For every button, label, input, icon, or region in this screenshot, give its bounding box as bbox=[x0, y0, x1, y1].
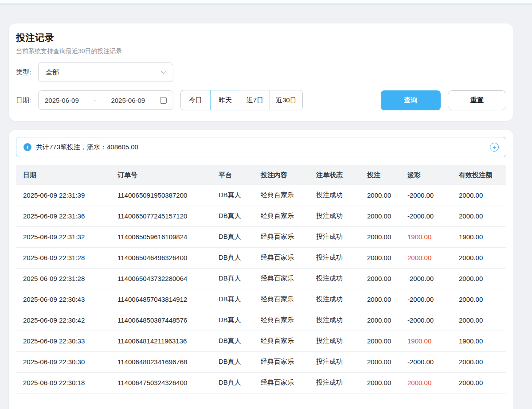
page-title: 投注记录 bbox=[16, 31, 506, 44]
cell-bet: 2000.00 bbox=[360, 351, 400, 372]
cell-bet: 2000.00 bbox=[360, 206, 400, 226]
column-header: 投注 bbox=[360, 165, 400, 185]
cell-content: 经典百家乐 bbox=[254, 247, 309, 268]
cell-valid-bet: 2000.00 bbox=[452, 289, 506, 310]
filter-card: 投注记录 当前系统支持查询最近30日的投注记录 类型: 全部 日期: 2025-… bbox=[9, 23, 513, 121]
table-header-row: 日期订单号平台投注内容注单状态投注派彩有效投注额 bbox=[16, 165, 506, 185]
type-select[interactable]: 全部 bbox=[38, 62, 173, 82]
table-row: 2025-06-09 22:30:331140064814211963136DB… bbox=[16, 331, 506, 351]
cell-content: 经典百家乐 bbox=[254, 226, 309, 247]
date-start-value[interactable]: 2025-06-09 bbox=[45, 97, 79, 104]
cell-order-no: 1140065046496326400 bbox=[110, 247, 211, 268]
cell-bet: 2000.00 bbox=[360, 226, 400, 247]
date-range-input[interactable]: 2025-06-09 - 2025-06-09 bbox=[38, 90, 173, 110]
table-row: 2025-06-09 22:30:421140064850387448576DB… bbox=[16, 310, 506, 331]
page-subtitle: 当前系统支持查询最近30日的投注记录 bbox=[16, 47, 506, 55]
cell-order-no: 1140065043732280064 bbox=[110, 268, 211, 289]
table-row: 2025-06-09 22:30:431140064857043814912DB… bbox=[16, 289, 506, 310]
quick-range-button-0[interactable]: 今日 bbox=[180, 90, 211, 110]
cell-valid-bet: 2000.00 bbox=[452, 372, 506, 393]
cell-content: 经典百家乐 bbox=[254, 372, 309, 393]
quick-range-group: 今日昨天近7日近30日 bbox=[180, 90, 303, 110]
cell-date: 2025-06-09 22:30:42 bbox=[16, 310, 110, 331]
cell-platform: DB真人 bbox=[211, 372, 254, 393]
cell-date: 2025-06-09 22:30:33 bbox=[16, 331, 110, 351]
cell-payout: 1900.00 bbox=[400, 226, 452, 247]
query-button[interactable]: 查询 bbox=[381, 90, 441, 110]
cell-content: 经典百家乐 bbox=[254, 206, 309, 226]
cell-order-no: 1140065059616109824 bbox=[110, 226, 211, 247]
table-row: 2025-06-09 22:31:281140065043732280064DB… bbox=[16, 268, 506, 289]
cell-content: 经典百家乐 bbox=[254, 289, 309, 310]
table-row: 2025-06-09 22:31:391140065091950387200DB… bbox=[16, 185, 506, 206]
records-card: i 共计773笔投注，流水：408605.00 + 日期订单号平台投注内容注单状… bbox=[9, 130, 513, 409]
type-label: 类型: bbox=[16, 68, 38, 77]
cell-status: 投注成功 bbox=[309, 268, 360, 289]
cell-order-no: 1140065077245157120 bbox=[110, 206, 211, 226]
table-row: 2025-06-09 22:30:301140064802341696768DB… bbox=[16, 351, 506, 372]
cell-payout: -2000.00 bbox=[400, 185, 452, 206]
calendar-icon bbox=[160, 97, 167, 104]
quick-range-button-2[interactable]: 近7日 bbox=[240, 90, 270, 110]
table-row: 2025-06-09 22:31:281140065046496326400DB… bbox=[16, 247, 506, 268]
cell-status: 投注成功 bbox=[309, 351, 360, 372]
cell-status: 投注成功 bbox=[309, 226, 360, 247]
cell-payout: 2000.00 bbox=[400, 372, 452, 393]
summary-text: 共计773笔投注，流水：408605.00 bbox=[36, 143, 138, 152]
cell-content: 经典百家乐 bbox=[254, 268, 309, 289]
cell-payout: 2000.00 bbox=[400, 247, 452, 268]
cell-valid-bet: 1900.00 bbox=[452, 331, 506, 351]
cell-content: 经典百家乐 bbox=[254, 310, 309, 331]
cell-status: 投注成功 bbox=[309, 206, 360, 226]
type-filter-row: 类型: 全部 bbox=[16, 62, 506, 82]
table-row: 2025-06-09 22:30:181140064750324326400DB… bbox=[16, 372, 506, 393]
cell-date: 2025-06-09 22:30:43 bbox=[16, 289, 110, 310]
column-header: 投注内容 bbox=[254, 165, 309, 185]
quick-range-button-1[interactable]: 昨天 bbox=[210, 90, 240, 110]
cell-bet: 2000.00 bbox=[360, 331, 400, 351]
cell-order-no: 1140065091950387200 bbox=[110, 185, 211, 206]
reset-button[interactable]: 重置 bbox=[448, 90, 506, 110]
cell-date: 2025-06-09 22:31:36 bbox=[16, 206, 110, 226]
cell-order-no: 1140064802341696768 bbox=[110, 351, 211, 372]
cell-valid-bet: 2000.00 bbox=[452, 247, 506, 268]
cell-payout: -2000.00 bbox=[400, 310, 452, 331]
cell-order-no: 1140064850387448576 bbox=[110, 310, 211, 331]
cell-payout: -2000.00 bbox=[400, 351, 452, 372]
cell-status: 投注成功 bbox=[309, 310, 360, 331]
cell-payout: -2000.00 bbox=[400, 289, 452, 310]
date-filter-row: 日期: 2025-06-09 - 2025-06-09 今日昨天近7日近30日 … bbox=[16, 90, 506, 110]
table-body: 2025-06-09 22:31:391140065091950387200DB… bbox=[16, 185, 506, 393]
cell-payout: -2000.00 bbox=[400, 268, 452, 289]
top-divider bbox=[0, 0, 532, 4]
cell-order-no: 1140064814211963136 bbox=[110, 331, 211, 351]
cell-platform: DB真人 bbox=[211, 289, 254, 310]
cell-bet: 2000.00 bbox=[360, 372, 400, 393]
type-select-value: 全部 bbox=[46, 68, 59, 77]
summary-bar: i 共计773笔投注，流水：408605.00 + bbox=[16, 137, 506, 157]
cell-date: 2025-06-09 22:31:32 bbox=[16, 226, 110, 247]
cell-order-no: 1140064750324326400 bbox=[110, 372, 211, 393]
column-header: 订单号 bbox=[110, 165, 211, 185]
table-row: 2025-06-09 22:31:321140065059616109824DB… bbox=[16, 226, 506, 247]
cell-date: 2025-06-09 22:31:28 bbox=[16, 247, 110, 268]
column-header: 注单状态 bbox=[309, 165, 360, 185]
cell-order-no: 1140064857043814912 bbox=[110, 289, 211, 310]
cell-valid-bet: 2000.00 bbox=[452, 185, 506, 206]
cell-platform: DB真人 bbox=[211, 268, 254, 289]
cell-bet: 2000.00 bbox=[360, 310, 400, 331]
cell-platform: DB真人 bbox=[211, 206, 254, 226]
cell-payout: -2000.00 bbox=[400, 206, 452, 226]
cell-payout: 1900.00 bbox=[400, 331, 452, 351]
plus-circle-icon[interactable]: + bbox=[490, 143, 499, 152]
date-end-value[interactable]: 2025-06-09 bbox=[111, 97, 145, 104]
quick-range-button-3[interactable]: 近30日 bbox=[270, 90, 303, 110]
cell-status: 投注成功 bbox=[309, 185, 360, 206]
date-label: 日期: bbox=[16, 96, 38, 105]
cell-platform: DB真人 bbox=[211, 351, 254, 372]
column-header: 有效投注额 bbox=[452, 165, 506, 185]
cell-date: 2025-06-09 22:30:30 bbox=[16, 351, 110, 372]
cell-valid-bet: 2000.00 bbox=[452, 268, 506, 289]
cell-valid-bet: 2000.00 bbox=[452, 351, 506, 372]
cell-date: 2025-06-09 22:31:28 bbox=[16, 268, 110, 289]
